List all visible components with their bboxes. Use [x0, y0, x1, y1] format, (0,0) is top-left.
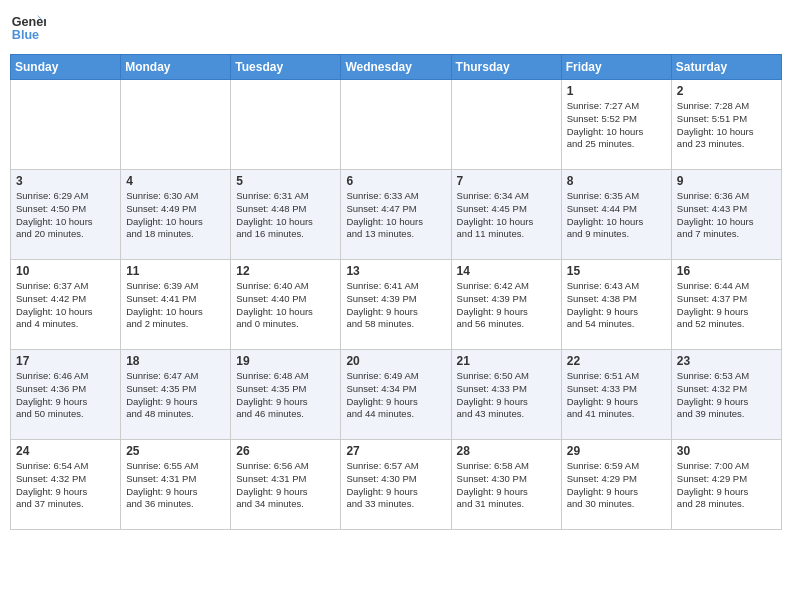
week-row-2: 3Sunrise: 6:29 AM Sunset: 4:50 PM Daylig… — [11, 170, 782, 260]
day-number: 26 — [236, 444, 335, 458]
day-number: 29 — [567, 444, 666, 458]
day-cell: 12Sunrise: 6:40 AM Sunset: 4:40 PM Dayli… — [231, 260, 341, 350]
day-info: Sunrise: 7:00 AM Sunset: 4:29 PM Dayligh… — [677, 460, 776, 511]
day-number: 5 — [236, 174, 335, 188]
day-number: 3 — [16, 174, 115, 188]
svg-text:Blue: Blue — [12, 28, 39, 42]
day-info: Sunrise: 6:29 AM Sunset: 4:50 PM Dayligh… — [16, 190, 115, 241]
day-info: Sunrise: 6:39 AM Sunset: 4:41 PM Dayligh… — [126, 280, 225, 331]
day-info: Sunrise: 6:57 AM Sunset: 4:30 PM Dayligh… — [346, 460, 445, 511]
day-cell: 2Sunrise: 7:28 AM Sunset: 5:51 PM Daylig… — [671, 80, 781, 170]
day-cell: 26Sunrise: 6:56 AM Sunset: 4:31 PM Dayli… — [231, 440, 341, 530]
day-cell: 27Sunrise: 6:57 AM Sunset: 4:30 PM Dayli… — [341, 440, 451, 530]
day-info: Sunrise: 7:28 AM Sunset: 5:51 PM Dayligh… — [677, 100, 776, 151]
day-number: 17 — [16, 354, 115, 368]
day-info: Sunrise: 6:42 AM Sunset: 4:39 PM Dayligh… — [457, 280, 556, 331]
calendar-table: SundayMondayTuesdayWednesdayThursdayFrid… — [10, 54, 782, 530]
week-row-1: 1Sunrise: 7:27 AM Sunset: 5:52 PM Daylig… — [11, 80, 782, 170]
weekday-thursday: Thursday — [451, 55, 561, 80]
day-number: 2 — [677, 84, 776, 98]
day-info: Sunrise: 6:50 AM Sunset: 4:33 PM Dayligh… — [457, 370, 556, 421]
weekday-saturday: Saturday — [671, 55, 781, 80]
day-cell: 7Sunrise: 6:34 AM Sunset: 4:45 PM Daylig… — [451, 170, 561, 260]
day-number: 11 — [126, 264, 225, 278]
day-number: 8 — [567, 174, 666, 188]
weekday-wednesday: Wednesday — [341, 55, 451, 80]
day-cell: 5Sunrise: 6:31 AM Sunset: 4:48 PM Daylig… — [231, 170, 341, 260]
day-info: Sunrise: 6:43 AM Sunset: 4:38 PM Dayligh… — [567, 280, 666, 331]
logo-icon: General Blue — [10, 10, 46, 46]
day-number: 15 — [567, 264, 666, 278]
day-info: Sunrise: 6:33 AM Sunset: 4:47 PM Dayligh… — [346, 190, 445, 241]
weekday-header-row: SundayMondayTuesdayWednesdayThursdayFrid… — [11, 55, 782, 80]
day-cell: 28Sunrise: 6:58 AM Sunset: 4:30 PM Dayli… — [451, 440, 561, 530]
logo: General Blue — [10, 10, 46, 46]
day-cell: 20Sunrise: 6:49 AM Sunset: 4:34 PM Dayli… — [341, 350, 451, 440]
day-info: Sunrise: 6:30 AM Sunset: 4:49 PM Dayligh… — [126, 190, 225, 241]
day-number: 27 — [346, 444, 445, 458]
day-info: Sunrise: 6:49 AM Sunset: 4:34 PM Dayligh… — [346, 370, 445, 421]
day-cell — [451, 80, 561, 170]
day-number: 16 — [677, 264, 776, 278]
weekday-tuesday: Tuesday — [231, 55, 341, 80]
day-info: Sunrise: 6:40 AM Sunset: 4:40 PM Dayligh… — [236, 280, 335, 331]
day-number: 9 — [677, 174, 776, 188]
day-cell: 29Sunrise: 6:59 AM Sunset: 4:29 PM Dayli… — [561, 440, 671, 530]
weekday-friday: Friday — [561, 55, 671, 80]
day-cell — [121, 80, 231, 170]
day-info: Sunrise: 6:54 AM Sunset: 4:32 PM Dayligh… — [16, 460, 115, 511]
day-number: 10 — [16, 264, 115, 278]
day-info: Sunrise: 6:34 AM Sunset: 4:45 PM Dayligh… — [457, 190, 556, 241]
day-cell: 13Sunrise: 6:41 AM Sunset: 4:39 PM Dayli… — [341, 260, 451, 350]
day-info: Sunrise: 6:55 AM Sunset: 4:31 PM Dayligh… — [126, 460, 225, 511]
day-cell: 8Sunrise: 6:35 AM Sunset: 4:44 PM Daylig… — [561, 170, 671, 260]
day-number: 14 — [457, 264, 556, 278]
day-cell: 6Sunrise: 6:33 AM Sunset: 4:47 PM Daylig… — [341, 170, 451, 260]
day-info: Sunrise: 6:36 AM Sunset: 4:43 PM Dayligh… — [677, 190, 776, 241]
day-number: 28 — [457, 444, 556, 458]
page-header: General Blue — [10, 10, 782, 46]
day-number: 25 — [126, 444, 225, 458]
day-info: Sunrise: 6:59 AM Sunset: 4:29 PM Dayligh… — [567, 460, 666, 511]
day-cell: 19Sunrise: 6:48 AM Sunset: 4:35 PM Dayli… — [231, 350, 341, 440]
day-number: 12 — [236, 264, 335, 278]
day-info: Sunrise: 7:27 AM Sunset: 5:52 PM Dayligh… — [567, 100, 666, 151]
day-cell: 30Sunrise: 7:00 AM Sunset: 4:29 PM Dayli… — [671, 440, 781, 530]
day-cell: 24Sunrise: 6:54 AM Sunset: 4:32 PM Dayli… — [11, 440, 121, 530]
day-cell: 18Sunrise: 6:47 AM Sunset: 4:35 PM Dayli… — [121, 350, 231, 440]
week-row-3: 10Sunrise: 6:37 AM Sunset: 4:42 PM Dayli… — [11, 260, 782, 350]
day-cell: 10Sunrise: 6:37 AM Sunset: 4:42 PM Dayli… — [11, 260, 121, 350]
day-cell — [341, 80, 451, 170]
day-info: Sunrise: 6:44 AM Sunset: 4:37 PM Dayligh… — [677, 280, 776, 331]
day-cell: 9Sunrise: 6:36 AM Sunset: 4:43 PM Daylig… — [671, 170, 781, 260]
day-info: Sunrise: 6:48 AM Sunset: 4:35 PM Dayligh… — [236, 370, 335, 421]
day-cell: 1Sunrise: 7:27 AM Sunset: 5:52 PM Daylig… — [561, 80, 671, 170]
day-cell — [11, 80, 121, 170]
day-info: Sunrise: 6:56 AM Sunset: 4:31 PM Dayligh… — [236, 460, 335, 511]
day-info: Sunrise: 6:41 AM Sunset: 4:39 PM Dayligh… — [346, 280, 445, 331]
day-number: 6 — [346, 174, 445, 188]
day-number: 30 — [677, 444, 776, 458]
day-number: 1 — [567, 84, 666, 98]
day-cell: 23Sunrise: 6:53 AM Sunset: 4:32 PM Dayli… — [671, 350, 781, 440]
day-cell: 17Sunrise: 6:46 AM Sunset: 4:36 PM Dayli… — [11, 350, 121, 440]
day-cell: 4Sunrise: 6:30 AM Sunset: 4:49 PM Daylig… — [121, 170, 231, 260]
day-number: 13 — [346, 264, 445, 278]
day-number: 7 — [457, 174, 556, 188]
day-cell — [231, 80, 341, 170]
day-number: 4 — [126, 174, 225, 188]
day-info: Sunrise: 6:35 AM Sunset: 4:44 PM Dayligh… — [567, 190, 666, 241]
weekday-sunday: Sunday — [11, 55, 121, 80]
week-row-5: 24Sunrise: 6:54 AM Sunset: 4:32 PM Dayli… — [11, 440, 782, 530]
day-cell: 25Sunrise: 6:55 AM Sunset: 4:31 PM Dayli… — [121, 440, 231, 530]
day-cell: 16Sunrise: 6:44 AM Sunset: 4:37 PM Dayli… — [671, 260, 781, 350]
day-number: 23 — [677, 354, 776, 368]
day-cell: 11Sunrise: 6:39 AM Sunset: 4:41 PM Dayli… — [121, 260, 231, 350]
day-cell: 15Sunrise: 6:43 AM Sunset: 4:38 PM Dayli… — [561, 260, 671, 350]
day-info: Sunrise: 6:37 AM Sunset: 4:42 PM Dayligh… — [16, 280, 115, 331]
day-info: Sunrise: 6:31 AM Sunset: 4:48 PM Dayligh… — [236, 190, 335, 241]
day-cell: 3Sunrise: 6:29 AM Sunset: 4:50 PM Daylig… — [11, 170, 121, 260]
weekday-monday: Monday — [121, 55, 231, 80]
day-info: Sunrise: 6:51 AM Sunset: 4:33 PM Dayligh… — [567, 370, 666, 421]
day-info: Sunrise: 6:53 AM Sunset: 4:32 PM Dayligh… — [677, 370, 776, 421]
